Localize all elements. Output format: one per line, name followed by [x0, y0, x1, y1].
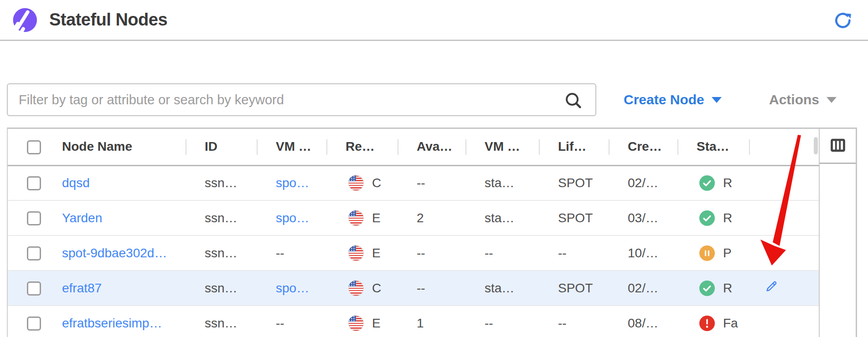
- status-running-icon: [699, 175, 715, 191]
- column-picker-panel: [819, 128, 857, 337]
- node-name-link[interactable]: efrat87: [62, 281, 102, 295]
- region-value: E: [372, 246, 381, 260]
- status-running-icon: [699, 281, 715, 296]
- status-running-icon: [699, 210, 715, 226]
- status-label: R: [723, 211, 732, 225]
- table-row[interactable]: spot-9dbae302d… ssn… -- E -- -- -- 10/… …: [8, 235, 819, 271]
- node-id: ssn…: [186, 235, 258, 271]
- actions-button[interactable]: Actions: [769, 89, 837, 110]
- created-value: 02/…: [610, 271, 678, 306]
- us-flag-icon: [348, 175, 364, 191]
- column-header-edit: [750, 129, 819, 165]
- created-value: 02/…: [610, 165, 678, 200]
- region-value: C: [372, 281, 381, 296]
- node-name-link[interactable]: dqsd: [62, 176, 90, 190]
- node-name-link[interactable]: Yarden: [62, 211, 102, 225]
- column-header-lifecycle: Lif…: [540, 129, 610, 165]
- region-value: E: [372, 316, 381, 331]
- availability-value: 1: [398, 306, 466, 337]
- row-checkbox[interactable]: [27, 211, 41, 225]
- table-row[interactable]: Yarden ssn… spo… E 2 sta… SPOT 03/… R: [8, 200, 819, 235]
- status-label: R: [723, 176, 732, 190]
- status-label: R: [723, 281, 732, 296]
- refresh-icon: [833, 11, 852, 30]
- status-label: Fa: [723, 316, 738, 331]
- availability-value: --: [398, 271, 466, 306]
- vm-size-value: sta…: [466, 271, 540, 306]
- row-checkbox[interactable]: [27, 176, 41, 190]
- status-paused-icon: [699, 245, 715, 261]
- page-header: Stateful Nodes: [0, 0, 868, 41]
- created-value: 10/…: [610, 235, 678, 271]
- column-header-id: ID: [186, 129, 258, 165]
- availability-value: 2: [398, 200, 466, 235]
- stateful-nodes-table: Node Name ID VM … Re… Ava… VM … Lif… Cre…: [7, 128, 819, 337]
- vm-size-value: sta…: [466, 200, 540, 235]
- column-header-availability: Ava…: [398, 129, 466, 165]
- node-name-link[interactable]: spot-9dbae302d…: [62, 246, 167, 260]
- filter-search-input[interactable]: [7, 83, 596, 116]
- row-checkbox[interactable]: [27, 246, 41, 260]
- actions-label: Actions: [769, 92, 819, 107]
- node-id: ssn…: [186, 306, 258, 337]
- chevron-down-icon: [827, 97, 837, 103]
- vertical-scrollbar-thumb[interactable]: [814, 137, 818, 154]
- us-flag-icon: [348, 245, 364, 261]
- vm-name-link[interactable]: spo…: [276, 211, 309, 225]
- create-node-button[interactable]: Create Node: [624, 89, 722, 110]
- column-header-vm-size: VM …: [466, 129, 540, 165]
- table-row[interactable]: efratbseriesimp… ssn… -- E 1 -- -- 08/… …: [8, 306, 819, 337]
- lifecycle-value: --: [540, 306, 610, 337]
- column-header-created: Cre…: [610, 129, 678, 165]
- availability-value: --: [398, 235, 466, 271]
- node-id: ssn…: [186, 271, 258, 306]
- columns-icon: [829, 137, 847, 154]
- column-header-region: Re…: [327, 129, 398, 165]
- refresh-button[interactable]: [833, 11, 852, 30]
- column-header-node-name: Node Name: [60, 129, 186, 165]
- node-name-link[interactable]: efratbseriesimp…: [62, 316, 162, 330]
- created-value: 08/…: [610, 306, 678, 337]
- column-header-status: Sta…: [678, 129, 750, 165]
- us-flag-icon: [348, 281, 364, 296]
- edit-node-button[interactable]: [764, 280, 779, 295]
- chevron-down-icon: [712, 97, 722, 103]
- vm-name-link[interactable]: spo…: [276, 176, 309, 190]
- vm-size-value: --: [466, 235, 540, 271]
- created-value: 03/…: [610, 200, 678, 235]
- create-node-label: Create Node: [624, 92, 704, 107]
- select-all-checkbox[interactable]: [27, 140, 41, 154]
- region-value: C: [372, 176, 381, 190]
- us-flag-icon: [348, 210, 364, 226]
- lifecycle-value: SPOT: [540, 165, 610, 200]
- region-value: E: [372, 211, 381, 225]
- status-failed-icon: [699, 316, 715, 331]
- edit-node-pencil-icon: [765, 280, 778, 293]
- vm-name-value: --: [258, 306, 327, 337]
- search-icon: [563, 90, 584, 111]
- vm-size-value: sta…: [466, 165, 540, 200]
- vm-name-value: --: [258, 235, 327, 271]
- status-label: P: [723, 246, 732, 260]
- row-checkbox[interactable]: [27, 317, 41, 331]
- node-id: ssn…: [186, 200, 258, 235]
- column-picker-header: [820, 129, 856, 164]
- row-checkbox[interactable]: [27, 281, 41, 296]
- lifecycle-value: SPOT: [540, 271, 610, 306]
- table-row[interactable]: dqsd ssn… spo… C -- sta… SPOT 02/… R: [8, 165, 819, 200]
- vm-size-value: --: [466, 306, 540, 337]
- node-id: ssn…: [186, 165, 258, 200]
- table-header-row: Node Name ID VM … Re… Ava… VM … Lif… Cre…: [8, 129, 819, 165]
- spot-logo-icon: [7, 5, 37, 35]
- lifecycle-value: --: [540, 235, 610, 271]
- lifecycle-value: SPOT: [540, 200, 610, 235]
- page-title: Stateful Nodes: [49, 10, 167, 30]
- column-header-vm-name: VM …: [258, 129, 327, 165]
- availability-value: --: [398, 165, 466, 200]
- column-picker-button[interactable]: [829, 137, 847, 155]
- us-flag-icon: [348, 316, 364, 331]
- table-row-selected[interactable]: efrat87 ssn… spo… C -- sta… SPOT 02/… R: [8, 271, 819, 306]
- search-button[interactable]: [563, 90, 584, 111]
- vm-name-link[interactable]: spo…: [276, 281, 309, 295]
